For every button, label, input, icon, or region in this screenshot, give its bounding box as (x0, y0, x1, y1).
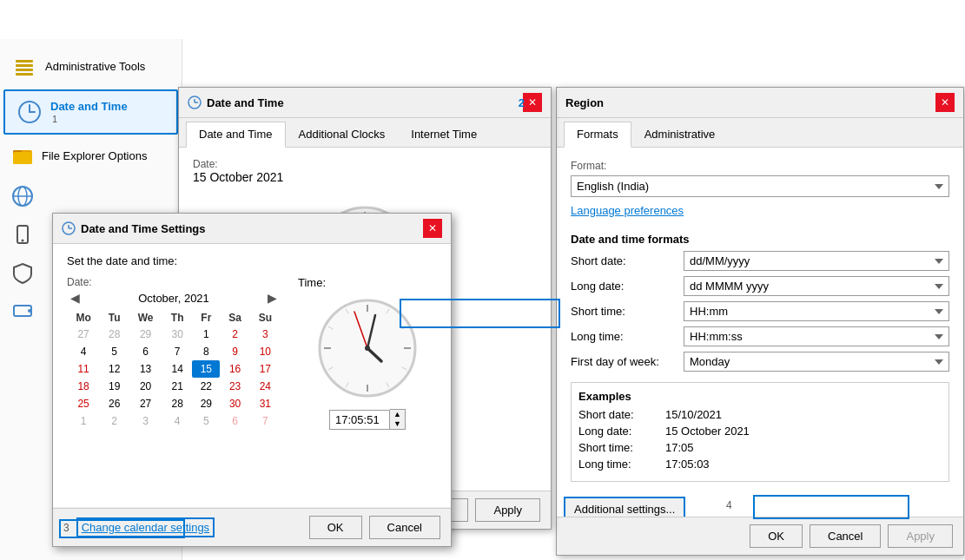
calendar-weekday-header: Mo Tu We Th Fr Sa Su (67, 310, 281, 326)
short-date-select[interactable]: dd/MM/yyyy (684, 251, 949, 271)
datetime-tab-internet-time[interactable]: Internet Time (398, 122, 490, 147)
format-row-long-time: Long time: HH:mm:ss (571, 326, 949, 346)
language-preferences-link[interactable]: Language preferences (571, 204, 684, 217)
calendar-day-cell[interactable]: 29 (129, 326, 162, 343)
phone-icon (10, 222, 35, 247)
folder-icon (10, 143, 35, 170)
time-spin-down[interactable]: ▼ (390, 419, 405, 429)
calendar-day-cell[interactable]: 9 (220, 343, 249, 360)
region-dialog-title: Region (565, 96, 604, 109)
calendar-day-cell[interactable]: 6 (220, 412, 249, 430)
calendar-month-year: October, 2021 (138, 292, 209, 305)
dt-settings-footer-buttons: OK Cancel (309, 516, 440, 539)
region-dialog-close-button[interactable]: ✕ (935, 93, 955, 112)
region-tab-administrative[interactable]: Administrative (631, 122, 729, 147)
datetime-dialog-tabs: Date and Time Additional Clocks Internet… (179, 118, 551, 148)
sidebar-item-file-explorer[interactable]: File Explorer Options (0, 136, 182, 177)
calendar-day-cell[interactable]: 19 (100, 378, 129, 395)
dt-settings-cancel-button[interactable]: Cancel (369, 516, 440, 539)
region-ok-button[interactable]: OK (750, 524, 803, 548)
calendar-day-cell[interactable]: 1 (67, 412, 100, 430)
calendar-day-cell[interactable]: 5 (192, 412, 220, 430)
dt-settings-dialog: Date and Time Settings ✕ Set the date an… (52, 213, 452, 547)
region-tab-formats[interactable]: Formats (564, 122, 631, 148)
calendar-day-cell[interactable]: 3 (129, 412, 162, 430)
calendar-day-cell[interactable]: 8 (192, 343, 220, 360)
calendar-day-cell[interactable]: 28 (162, 395, 192, 412)
region-cancel-button[interactable]: Cancel (810, 524, 881, 548)
date-label: Date: (193, 158, 537, 170)
calendar-day-cell[interactable]: 4 (67, 343, 100, 360)
calendar-day-cell[interactable]: 5 (100, 343, 129, 360)
calendar-day-cell[interactable]: 10 (250, 343, 281, 360)
region-format-select[interactable]: English (India) (571, 175, 949, 197)
calendar-week-row: 1234567 (67, 412, 281, 430)
calendar-day-cell[interactable]: 4 (162, 412, 192, 430)
calendar-day-cell[interactable]: 23 (220, 378, 249, 395)
calendar-day-cell[interactable]: 28 (100, 326, 129, 343)
long-date-select[interactable]: dd MMMM yyyy (684, 276, 949, 296)
calendar-next-button[interactable]: ▶ (264, 291, 281, 305)
time-input-field[interactable] (329, 410, 390, 430)
short-time-select[interactable]: HH:mm (684, 301, 949, 321)
example-short-date: Short date: 15/10/2021 (578, 408, 942, 421)
dt-settings-ok-button[interactable]: OK (309, 516, 362, 539)
calendar-day-cell[interactable]: 20 (129, 378, 162, 395)
example-long-date-value: 15 October 2021 (665, 425, 750, 438)
calendar-day-cell[interactable]: 26 (100, 395, 129, 412)
example-long-time-value: 17:05:03 (665, 458, 710, 471)
calendar-day-cell[interactable]: 7 (162, 343, 192, 360)
shield-icon (10, 260, 35, 285)
first-day-select[interactable]: Monday (684, 352, 949, 372)
calendar-day-cell[interactable]: 21 (162, 378, 192, 395)
datetime-tab-additional-clocks[interactable]: Additional Clocks (286, 122, 399, 147)
time-area: Time: (298, 276, 437, 430)
region-apply-button[interactable]: Apply (888, 524, 953, 548)
change-calendar-settings-link[interactable]: Change calendar settings (76, 517, 215, 537)
calendar-day-cell[interactable]: 11 (67, 360, 100, 378)
sidebar-item-internet[interactable] (0, 177, 182, 215)
calendar-day-cell[interactable]: 31 (250, 395, 281, 412)
calendar-day-cell[interactable]: 30 (162, 326, 192, 343)
calendar-day-cell[interactable]: 18 (67, 378, 100, 395)
time-input-row: ▲ ▼ (329, 409, 406, 430)
calendar-day-cell[interactable]: 2 (100, 412, 129, 430)
clock-icon (16, 98, 43, 126)
calendar-prev-button[interactable]: ◀ (67, 291, 83, 305)
calendar-day-cell[interactable]: 12 (100, 360, 129, 378)
calendar-day-cell[interactable]: 14 (162, 360, 192, 378)
sidebar-item-administrative-tools[interactable]: Administrative Tools (0, 46, 182, 88)
datetime-tab-date-time[interactable]: Date and Time (186, 122, 286, 148)
calendar-day-cell[interactable]: 27 (67, 326, 100, 343)
example-long-time-label: Long time: (578, 458, 665, 471)
sidebar-item-date-time[interactable]: Date and Time 1 (3, 89, 178, 135)
calendar-day-cell[interactable]: 3 (250, 326, 281, 343)
calendar-day-cell[interactable]: 16 (220, 360, 249, 378)
calendar-day-cell[interactable]: 24 (250, 378, 281, 395)
svg-rect-0 (16, 60, 33, 63)
calendar-day-cell[interactable]: 7 (250, 412, 281, 430)
calendar-day-cell[interactable]: 30 (220, 395, 249, 412)
calendar-area: Date: ◀ October, 2021 ▶ Mo Tu We Th Fr (67, 276, 281, 430)
calendar-day-cell[interactable]: 6 (129, 343, 162, 360)
time-spin-up[interactable]: ▲ (390, 410, 405, 419)
calendar-day-cell[interactable]: 25 (67, 395, 100, 412)
example-short-date-label: Short date: (578, 408, 665, 421)
calendar-day-cell[interactable]: 13 (129, 360, 162, 378)
dt-settings-footer: 3 Change calendar settings OK Cancel (53, 508, 451, 546)
calendar-day-cell[interactable]: 17 (250, 360, 281, 378)
calendar-day-cell[interactable]: 2 (220, 326, 249, 343)
datetime-dialog-close-button[interactable]: ✕ (523, 93, 542, 112)
calendar-day-cell[interactable]: 1 (192, 326, 220, 343)
calendar-day-cell[interactable]: 27 (129, 395, 162, 412)
datetime-apply-button[interactable]: Apply (475, 498, 540, 522)
long-time-select[interactable]: HH:mm:ss (684, 326, 949, 346)
dt-settings-close-button[interactable]: ✕ (423, 219, 442, 238)
calendar-week-row: 11121314151617 (67, 360, 281, 378)
time-label: Time: (298, 276, 326, 289)
calendar-day-cell[interactable]: 22 (192, 378, 220, 395)
calendar-day-cell[interactable]: 29 (192, 395, 220, 412)
dt-settings-icon (62, 221, 76, 235)
examples-section: Examples Short date: 15/10/2021 Long dat… (571, 382, 949, 482)
calendar-day-cell[interactable]: 15 (192, 360, 220, 378)
